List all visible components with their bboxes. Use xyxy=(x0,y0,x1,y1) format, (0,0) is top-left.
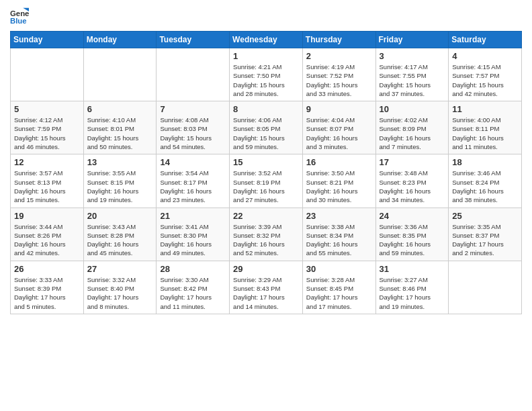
calendar-week-row: 12Sunrise: 3:57 AM Sunset: 8:13 PM Dayli… xyxy=(11,154,522,208)
day-number: 2 xyxy=(306,51,372,61)
day-info: Sunrise: 3:43 AM Sunset: 8:28 PM Dayligh… xyxy=(87,222,153,258)
day-number: 1 xyxy=(233,51,299,61)
day-info: Sunrise: 3:44 AM Sunset: 8:26 PM Dayligh… xyxy=(14,222,80,258)
day-info: Sunrise: 3:41 AM Sunset: 8:30 PM Dayligh… xyxy=(160,222,226,258)
day-number: 20 xyxy=(87,211,153,221)
calendar-cell: 13Sunrise: 3:55 AM Sunset: 8:15 PM Dayli… xyxy=(83,154,157,208)
calendar-cell: 17Sunrise: 3:48 AM Sunset: 8:23 PM Dayli… xyxy=(375,154,449,208)
calendar-cell: 9Sunrise: 4:04 AM Sunset: 8:07 PM Daylig… xyxy=(302,101,375,154)
calendar-cell: 2Sunrise: 4:19 AM Sunset: 7:52 PM Daylig… xyxy=(302,48,375,101)
day-header-sunday: Sunday xyxy=(11,32,84,48)
day-info: Sunrise: 3:54 AM Sunset: 8:17 PM Dayligh… xyxy=(160,169,226,204)
day-info: Sunrise: 4:21 AM Sunset: 7:50 PM Dayligh… xyxy=(233,62,299,98)
day-info: Sunrise: 4:10 AM Sunset: 8:01 PM Dayligh… xyxy=(87,116,153,151)
calendar-week-row: 5Sunrise: 4:12 AM Sunset: 7:59 PM Daylig… xyxy=(11,101,522,154)
day-header-wednesday: Wednesday xyxy=(230,32,303,48)
day-number: 18 xyxy=(452,157,518,167)
day-number: 27 xyxy=(87,264,153,274)
calendar-cell: 1Sunrise: 4:21 AM Sunset: 7:50 PM Daylig… xyxy=(230,48,303,101)
day-info: Sunrise: 4:00 AM Sunset: 8:11 PM Dayligh… xyxy=(452,116,518,151)
day-number: 16 xyxy=(306,157,372,167)
day-number: 8 xyxy=(233,104,299,114)
calendar-cell xyxy=(83,48,157,101)
svg-text:General: General xyxy=(10,9,29,17)
calendar-cell: 24Sunrise: 3:36 AM Sunset: 8:35 PM Dayli… xyxy=(375,208,449,261)
day-info: Sunrise: 3:27 AM Sunset: 8:46 PM Dayligh… xyxy=(380,275,445,311)
day-info: Sunrise: 3:28 AM Sunset: 8:45 PM Dayligh… xyxy=(306,275,372,311)
calendar-cell: 28Sunrise: 3:30 AM Sunset: 8:42 PM Dayli… xyxy=(157,261,230,314)
calendar-cell: 31Sunrise: 3:27 AM Sunset: 8:46 PM Dayli… xyxy=(375,261,449,314)
day-number: 12 xyxy=(14,157,80,167)
day-number: 22 xyxy=(233,211,299,221)
day-number: 19 xyxy=(14,211,80,221)
day-info: Sunrise: 4:04 AM Sunset: 8:07 PM Dayligh… xyxy=(306,116,372,151)
calendar-cell: 18Sunrise: 3:46 AM Sunset: 8:24 PM Dayli… xyxy=(449,154,522,208)
day-number: 24 xyxy=(380,211,445,221)
day-info: Sunrise: 3:55 AM Sunset: 8:15 PM Dayligh… xyxy=(87,169,153,204)
calendar-cell: 16Sunrise: 3:50 AM Sunset: 8:21 PM Dayli… xyxy=(302,154,375,208)
calendar-cell: 3Sunrise: 4:17 AM Sunset: 7:55 PM Daylig… xyxy=(375,48,449,101)
calendar-cell xyxy=(157,48,230,101)
day-header-saturday: Saturday xyxy=(449,32,522,48)
calendar-week-row: 19Sunrise: 3:44 AM Sunset: 8:26 PM Dayli… xyxy=(11,208,522,261)
day-info: Sunrise: 4:15 AM Sunset: 7:57 PM Dayligh… xyxy=(452,62,518,98)
day-info: Sunrise: 3:48 AM Sunset: 8:23 PM Dayligh… xyxy=(380,169,445,204)
calendar-page: General Blue SundayMondayTuesdayWednesda… xyxy=(0,0,532,324)
day-info: Sunrise: 3:39 AM Sunset: 8:32 PM Dayligh… xyxy=(233,222,299,258)
calendar-cell: 10Sunrise: 4:02 AM Sunset: 8:09 PM Dayli… xyxy=(375,101,449,154)
calendar-cell: 29Sunrise: 3:29 AM Sunset: 8:43 PM Dayli… xyxy=(230,261,303,314)
day-info: Sunrise: 3:30 AM Sunset: 8:42 PM Dayligh… xyxy=(160,275,226,311)
day-info: Sunrise: 3:32 AM Sunset: 8:40 PM Dayligh… xyxy=(87,275,153,311)
calendar-cell: 20Sunrise: 3:43 AM Sunset: 8:28 PM Dayli… xyxy=(83,208,157,261)
calendar-cell: 23Sunrise: 3:38 AM Sunset: 8:34 PM Dayli… xyxy=(302,208,375,261)
day-info: Sunrise: 3:35 AM Sunset: 8:37 PM Dayligh… xyxy=(452,222,518,258)
calendar-table: SundayMondayTuesdayWednesdayThursdayFrid… xyxy=(10,31,522,314)
calendar-cell: 22Sunrise: 3:39 AM Sunset: 8:32 PM Dayli… xyxy=(230,208,303,261)
calendar-week-row: 26Sunrise: 3:33 AM Sunset: 8:39 PM Dayli… xyxy=(11,261,522,314)
day-number: 5 xyxy=(14,104,80,114)
calendar-cell: 26Sunrise: 3:33 AM Sunset: 8:39 PM Dayli… xyxy=(11,261,84,314)
day-number: 21 xyxy=(160,211,226,221)
day-number: 28 xyxy=(160,264,226,274)
calendar-cell: 8Sunrise: 4:06 AM Sunset: 8:05 PM Daylig… xyxy=(230,101,303,154)
calendar-cell xyxy=(449,261,522,314)
header: General Blue xyxy=(10,7,522,26)
day-info: Sunrise: 3:36 AM Sunset: 8:35 PM Dayligh… xyxy=(380,222,445,258)
calendar-week-row: 1Sunrise: 4:21 AM Sunset: 7:50 PM Daylig… xyxy=(11,48,522,101)
day-info: Sunrise: 3:29 AM Sunset: 8:43 PM Dayligh… xyxy=(233,275,299,311)
calendar-cell: 14Sunrise: 3:54 AM Sunset: 8:17 PM Dayli… xyxy=(157,154,230,208)
day-number: 7 xyxy=(160,104,226,114)
calendar-cell: 27Sunrise: 3:32 AM Sunset: 8:40 PM Dayli… xyxy=(83,261,157,314)
day-info: Sunrise: 3:52 AM Sunset: 8:19 PM Dayligh… xyxy=(233,169,299,204)
day-info: Sunrise: 4:19 AM Sunset: 7:52 PM Dayligh… xyxy=(306,62,372,98)
calendar-header-row: SundayMondayTuesdayWednesdayThursdayFrid… xyxy=(11,32,522,48)
day-info: Sunrise: 3:38 AM Sunset: 8:34 PM Dayligh… xyxy=(306,222,372,258)
calendar-cell: 12Sunrise: 3:57 AM Sunset: 8:13 PM Dayli… xyxy=(11,154,84,208)
day-number: 9 xyxy=(306,104,372,114)
day-number: 14 xyxy=(160,157,226,167)
day-number: 17 xyxy=(380,157,445,167)
day-info: Sunrise: 4:17 AM Sunset: 7:55 PM Dayligh… xyxy=(380,62,445,98)
calendar-cell: 6Sunrise: 4:10 AM Sunset: 8:01 PM Daylig… xyxy=(83,101,157,154)
day-header-thursday: Thursday xyxy=(302,32,375,48)
day-info: Sunrise: 3:33 AM Sunset: 8:39 PM Dayligh… xyxy=(14,275,80,311)
day-info: Sunrise: 3:50 AM Sunset: 8:21 PM Dayligh… xyxy=(306,169,372,204)
day-number: 10 xyxy=(380,104,445,114)
calendar-cell: 4Sunrise: 4:15 AM Sunset: 7:57 PM Daylig… xyxy=(449,48,522,101)
day-number: 4 xyxy=(452,51,518,61)
day-number: 26 xyxy=(14,264,80,274)
calendar-cell: 15Sunrise: 3:52 AM Sunset: 8:19 PM Dayli… xyxy=(230,154,303,208)
day-number: 3 xyxy=(380,51,445,61)
calendar-cell xyxy=(11,48,84,101)
day-number: 29 xyxy=(233,264,299,274)
calendar-cell: 25Sunrise: 3:35 AM Sunset: 8:37 PM Dayli… xyxy=(449,208,522,261)
logo: General Blue xyxy=(10,7,32,26)
day-number: 25 xyxy=(452,211,518,221)
svg-text:Blue: Blue xyxy=(10,17,27,25)
day-number: 6 xyxy=(87,104,153,114)
day-header-monday: Monday xyxy=(83,32,157,48)
calendar-cell: 11Sunrise: 4:00 AM Sunset: 8:11 PM Dayli… xyxy=(449,101,522,154)
day-info: Sunrise: 4:12 AM Sunset: 7:59 PM Dayligh… xyxy=(14,116,80,151)
calendar-cell: 5Sunrise: 4:12 AM Sunset: 7:59 PM Daylig… xyxy=(11,101,84,154)
day-info: Sunrise: 4:08 AM Sunset: 8:03 PM Dayligh… xyxy=(160,116,226,151)
